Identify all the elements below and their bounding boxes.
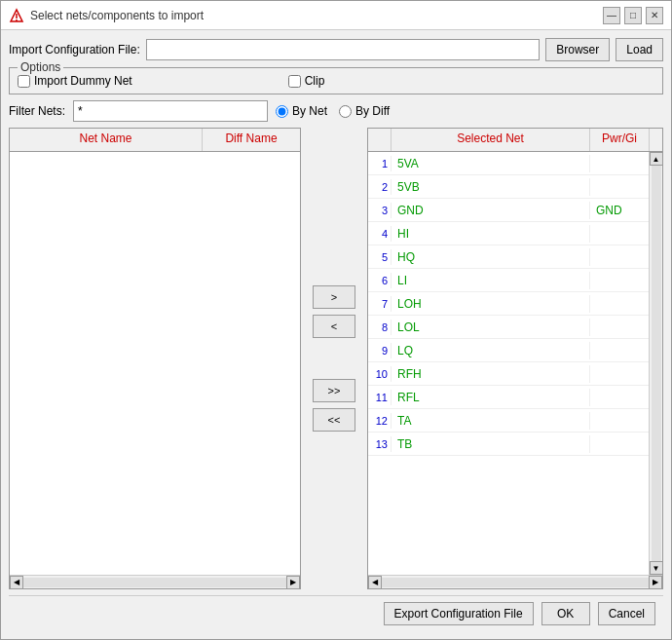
close-button[interactable]: ✕ xyxy=(646,7,663,24)
right-scroll-right-btn[interactable]: ▶ xyxy=(649,576,662,589)
clip-checkbox[interactable] xyxy=(288,75,301,88)
row-net: LOH xyxy=(392,295,590,313)
by-diff-radio[interactable] xyxy=(339,105,352,118)
right-scroll-down-btn[interactable]: ▼ xyxy=(650,561,663,575)
col-diff-name-header: Diff Name xyxy=(203,129,300,151)
config-input[interactable] xyxy=(146,39,541,60)
footer: Export Configuration File OK Cancel xyxy=(9,595,663,631)
export-config-button[interactable]: Export Configuration File xyxy=(384,602,534,625)
right-panel: Selected Net Pwr/Gi 1 5VA 2 5VB 3 GND GN… xyxy=(367,128,663,589)
row-num: 9 xyxy=(368,343,392,358)
row-num: 3 xyxy=(368,203,392,218)
row-pwr xyxy=(590,162,649,166)
table-row[interactable]: 1 5VA xyxy=(368,152,649,175)
col-num-header xyxy=(368,129,392,151)
table-row[interactable]: 4 HI xyxy=(368,222,649,245)
row-pwr xyxy=(590,232,649,236)
table-row[interactable]: 13 TB xyxy=(368,433,649,456)
left-panel: Net Name Diff Name ◀ ▶ xyxy=(9,128,301,589)
row-net: TB xyxy=(392,435,590,453)
right-v-scrollbar[interactable]: ▲ ▼ xyxy=(649,152,662,575)
app-icon xyxy=(9,8,24,23)
right-h-scrollbar[interactable]: ◀ ▶ xyxy=(368,575,662,588)
by-net-label: By Net xyxy=(292,104,327,118)
row-pwr xyxy=(590,255,649,259)
right-scroll-up-btn[interactable]: ▲ xyxy=(650,152,663,166)
remove-all-button[interactable]: << xyxy=(313,408,355,432)
table-row[interactable]: 2 5VB xyxy=(368,175,649,199)
by-net-item: By Net xyxy=(276,104,327,118)
minimize-button[interactable]: — xyxy=(603,7,620,24)
row-num: 13 xyxy=(368,436,392,452)
restore-button[interactable]: □ xyxy=(624,7,642,24)
row-pwr xyxy=(590,185,649,189)
left-scroll-left-btn[interactable]: ◀ xyxy=(10,576,23,589)
table-row[interactable]: 7 LOH xyxy=(368,292,649,316)
load-button[interactable]: Load xyxy=(616,38,663,61)
table-row[interactable]: 3 GND GND xyxy=(368,199,649,222)
title-bar-left: Select nets/components to import xyxy=(9,8,204,23)
filter-input[interactable] xyxy=(73,100,268,122)
left-table-header: Net Name Diff Name xyxy=(10,129,300,152)
left-scroll-track[interactable] xyxy=(23,578,286,587)
left-h-scrollbar[interactable]: ◀ ▶ xyxy=(10,575,300,588)
row-pwr xyxy=(590,349,649,353)
right-scroll-track[interactable] xyxy=(652,166,661,561)
row-net: TA xyxy=(392,412,590,430)
right-table-header: Selected Net Pwr/Gi xyxy=(368,129,662,152)
row-num: 11 xyxy=(368,390,392,405)
row-num: 12 xyxy=(368,413,392,429)
window-controls: — □ ✕ xyxy=(603,7,663,24)
row-pwr xyxy=(590,279,649,282)
import-dummy-net-checkbox[interactable] xyxy=(18,75,30,88)
by-net-radio[interactable] xyxy=(276,105,288,118)
right-scroll-track-h[interactable] xyxy=(382,578,649,587)
ok-button[interactable]: OK xyxy=(541,602,590,625)
table-row[interactable]: 10 RFH xyxy=(368,362,649,386)
row-pwr xyxy=(590,442,649,446)
row-net: LQ xyxy=(392,342,590,359)
import-dummy-net-label: Import Dummy Net xyxy=(34,74,132,88)
main-panels: Net Name Diff Name ◀ ▶ > < >> << xyxy=(9,128,663,589)
table-row[interactable]: 6 LI xyxy=(368,269,649,292)
add-all-button[interactable]: >> xyxy=(313,379,355,402)
row-pwr xyxy=(590,419,649,423)
col-selected-net-header: Selected Net xyxy=(392,129,590,151)
options-legend: Options xyxy=(18,60,63,74)
table-row[interactable]: 12 TA xyxy=(368,409,649,433)
row-pwr xyxy=(590,395,649,399)
table-row[interactable]: 8 LOL xyxy=(368,316,649,339)
add-button[interactable]: > xyxy=(313,285,355,309)
table-row[interactable]: 11 RFL xyxy=(368,386,649,409)
radio-group: By Net By Diff xyxy=(276,104,390,118)
by-diff-item: By Diff xyxy=(339,104,390,118)
row-pwr: GND xyxy=(590,202,649,219)
col-net-name-header: Net Name xyxy=(10,129,203,151)
cancel-button[interactable]: Cancel xyxy=(598,602,655,625)
left-table-body[interactable] xyxy=(10,152,300,575)
right-table-body[interactable]: 1 5VA 2 5VB 3 GND GND 4 HI 5 HQ 6 LI 7 L… xyxy=(368,152,649,575)
remove-button[interactable]: < xyxy=(313,315,355,338)
row-pwr xyxy=(590,372,649,376)
row-pwr xyxy=(590,302,649,306)
window-title: Select nets/components to import xyxy=(30,9,204,22)
row-num: 6 xyxy=(368,273,392,288)
filter-row: Filter Nets: By Net By Diff xyxy=(9,100,663,122)
browser-button[interactable]: Browser xyxy=(545,38,610,61)
svg-point-2 xyxy=(16,19,18,21)
scrollbar-header-space xyxy=(649,129,662,151)
config-label: Import Configuration File: xyxy=(9,43,140,56)
row-net: LOL xyxy=(392,319,590,336)
table-row[interactable]: 5 HQ xyxy=(368,245,649,269)
left-scroll-right-btn[interactable]: ▶ xyxy=(286,576,300,589)
row-num: 4 xyxy=(368,226,392,242)
table-row[interactable]: 9 LQ xyxy=(368,339,649,362)
col-pwr-header: Pwr/Gi xyxy=(590,129,649,151)
row-num: 8 xyxy=(368,320,392,335)
clip-item: Clip xyxy=(288,74,325,88)
title-bar: Select nets/components to import — □ ✕ xyxy=(1,1,671,30)
options-checkboxes: Import Dummy Net Clip xyxy=(18,74,654,88)
import-dummy-net-item: Import Dummy Net xyxy=(18,74,132,88)
right-scroll-left-btn[interactable]: ◀ xyxy=(368,576,382,589)
right-inner: Selected Net Pwr/Gi 1 5VA 2 5VB 3 GND GN… xyxy=(368,129,662,588)
